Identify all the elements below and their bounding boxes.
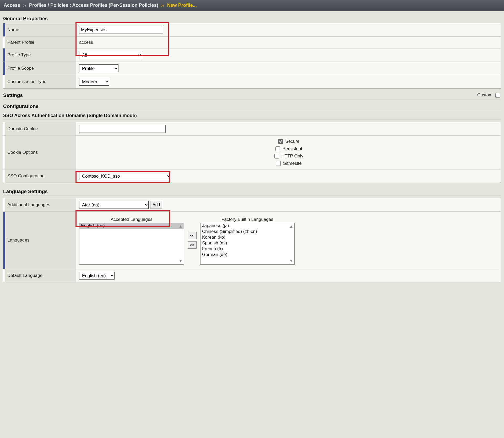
list-item[interactable]: Chinese (Simplified) (zh-cn) [200, 229, 294, 234]
sso-table: Domain Cookie Cookie Options Secure Pers… [3, 122, 501, 183]
language-table: Additional Languages Afar (aa) Add Langu… [3, 198, 501, 282]
row-profile-type: Profile Type All [3, 48, 501, 62]
label-default-language: Default Language [5, 269, 76, 282]
cookie-samesite-checkbox[interactable] [276, 161, 281, 166]
label-cookie-options: Cookie Options [5, 136, 76, 169]
row-customization-type: Customization Type Modern [3, 75, 501, 88]
list-item[interactable]: German (de) [200, 252, 294, 258]
scroll-up-icon[interactable]: ▲ [289, 224, 293, 229]
list-item[interactable]: Japanese (ja) [200, 223, 294, 229]
row-name: Name [3, 23, 501, 36]
profile-scope-select[interactable]: Profile [79, 64, 118, 72]
cookie-httponly-checkbox[interactable] [274, 154, 279, 158]
custom-checkbox[interactable] [495, 93, 500, 98]
transfer-buttons: << >> [188, 216, 197, 265]
customization-type-select[interactable]: Modern [79, 78, 109, 86]
breadcrumb-item-profiles[interactable]: Profiles / Policies : Access Profiles (P… [29, 3, 158, 8]
additional-languages-select[interactable]: Afar (aa) [79, 201, 149, 209]
row-parent-profile: Parent Profile access [3, 36, 501, 48]
label-customization-type: Customization Type [5, 75, 76, 88]
list-item[interactable]: English (en) [79, 223, 184, 229]
label-name: Name [5, 23, 76, 36]
languages-dual-list: Accepted Languages ▲ English (en)▼ << >> [79, 214, 295, 266]
label-sso-config: SSO Configuration [5, 169, 76, 183]
factory-languages-title: Factory BuiltIn Languages [200, 216, 295, 223]
scroll-down-icon[interactable]: ▼ [289, 259, 293, 263]
label-profile-scope: Profile Scope [5, 62, 76, 75]
row-additional-languages: Additional Languages Afar (aa) Add [3, 198, 501, 211]
breadcrumb-separator: ›› [161, 3, 164, 8]
cookie-persistent-row[interactable]: Persistent [274, 146, 302, 152]
scroll-up-icon[interactable]: ▲ [178, 224, 183, 229]
cookie-samesite-label: Samesite [283, 161, 302, 166]
label-languages: Languages [5, 212, 76, 269]
add-language-button[interactable]: Add [150, 201, 162, 209]
accepted-languages-column: Accepted Languages ▲ English (en)▼ [79, 216, 184, 265]
name-input[interactable] [79, 26, 163, 34]
row-profile-scope: Profile Scope Profile [3, 62, 501, 75]
label-domain-cookie: Domain Cookie [5, 122, 76, 135]
list-item[interactable]: Spanish (es) [200, 240, 294, 246]
cookie-httponly-row[interactable]: HTTP Only [273, 153, 304, 159]
label-parent-profile: Parent Profile [5, 37, 76, 48]
custom-checkbox-row: Custom [477, 92, 501, 98]
row-cookie-options: Cookie Options Secure Persistent HTTP On… [3, 135, 501, 169]
cookie-secure-checkbox[interactable] [278, 139, 283, 144]
general-properties-table: Name Parent Profile access Profile Type … [3, 23, 501, 89]
parent-profile-value: access [79, 40, 93, 45]
custom-label: Custom [477, 92, 493, 97]
cookie-persistent-checkbox[interactable] [275, 146, 280, 151]
breadcrumb-current: New Profile... [167, 3, 197, 8]
breadcrumb: Access ›› Profiles / Policies : Access P… [0, 0, 504, 11]
cookie-httponly-label: HTTP Only [281, 154, 304, 159]
profile-type-select[interactable]: All [79, 51, 142, 59]
row-default-language: Default Language English (en) [3, 269, 501, 282]
list-item[interactable]: French (fr) [200, 246, 294, 252]
row-sso-config: SSO Configuration Contoso_KCD_sso [3, 169, 501, 183]
section-title-settings: Settings [3, 92, 23, 98]
section-title-language: Language Settings [3, 189, 501, 195]
cookie-persistent-label: Persistent [283, 146, 302, 151]
label-additional-languages: Additional Languages [5, 198, 76, 211]
factory-languages-list[interactable]: ▲ Japanese (ja)Chinese (Simplified) (zh-… [200, 223, 295, 265]
section-title-configurations: Configurations [3, 103, 501, 110]
domain-cookie-input[interactable] [79, 125, 166, 133]
breadcrumb-separator: ›› [23, 3, 26, 8]
row-languages: Languages Accepted Languages ▲ English (… [3, 211, 501, 269]
move-right-button[interactable]: >> [188, 241, 197, 249]
factory-languages-column: Factory BuiltIn Languages ▲ Japanese (ja… [200, 216, 295, 265]
cookie-samesite-row[interactable]: Samesite [275, 160, 302, 167]
scroll-down-icon[interactable]: ▼ [178, 259, 183, 263]
breadcrumb-item-access[interactable]: Access [4, 3, 20, 8]
accepted-languages-title: Accepted Languages [79, 216, 184, 223]
label-profile-type: Profile Type [5, 48, 76, 62]
row-domain-cookie: Domain Cookie [3, 122, 501, 135]
cookie-secure-label: Secure [285, 139, 300, 144]
list-item[interactable]: Korean (ko) [200, 234, 294, 240]
default-language-select[interactable]: English (en) [79, 272, 115, 280]
move-left-button[interactable]: << [188, 232, 197, 239]
section-title-sso-across: SSO Across Authentication Domains (Singl… [3, 113, 501, 119]
accepted-languages-list[interactable]: ▲ English (en)▼ [79, 223, 184, 265]
cookie-secure-row[interactable]: Secure [277, 138, 300, 145]
section-title-general: General Properties [3, 16, 501, 21]
sso-config-select[interactable]: Contoso_KCD_sso [79, 172, 171, 180]
